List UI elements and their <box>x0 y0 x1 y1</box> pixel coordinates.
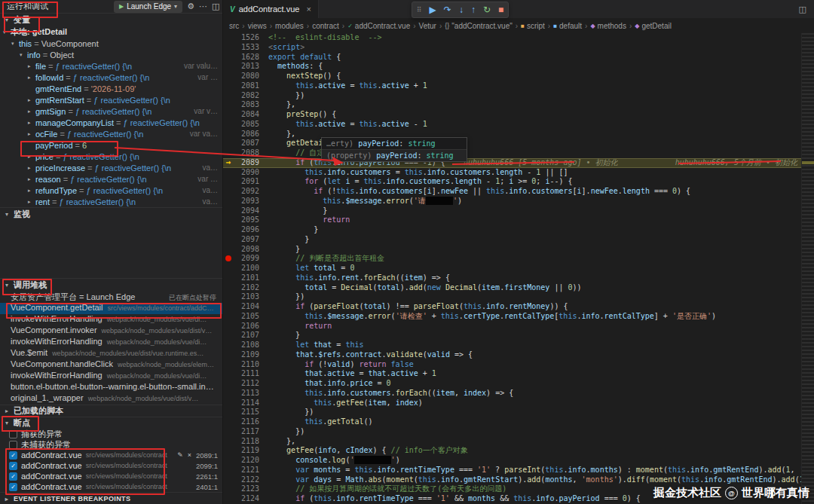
gutter-margin[interactable] <box>223 427 234 437</box>
variable-row[interactable]: ▸manageCompanyList = ƒ reactiveGetter() … <box>0 117 222 128</box>
gutter-margin[interactable] <box>223 494 234 504</box>
variable-row[interactable]: ▸price = ƒ reactiveGetter() {\n <box>0 151 222 162</box>
twisty-icon[interactable]: ▸ <box>28 108 35 115</box>
breadcrumb-item[interactable]: views <box>248 22 267 30</box>
gutter-margin[interactable] <box>223 81 234 91</box>
gutter-margin[interactable] <box>223 389 234 399</box>
twisty-icon[interactable]: ▸ <box>28 199 35 205</box>
call-stack-frame[interactable]: original_1._wrapperwebpack/node_modules/… <box>0 393 222 405</box>
code-line[interactable]: 2120 console.log('XXXXXXXX') <box>223 456 814 466</box>
breakpoint-row[interactable]: ✓addContract.vuesrc/views/modules/contra… <box>0 481 222 492</box>
code-line[interactable]: 2084 preStep() { <box>223 110 814 120</box>
breadcrumb-item[interactable]: Vetur <box>419 22 436 30</box>
variable-row[interactable]: gmtRentEnd = '2026-11-09' <box>0 83 222 94</box>
code-line[interactable]: 2107 } <box>223 331 814 341</box>
gutter-margin[interactable] <box>223 215 234 225</box>
breakpoint-checkbox-checked[interactable]: ✓ <box>9 472 17 481</box>
gutter-margin[interactable] <box>223 53 234 63</box>
code-line[interactable]: 2106 return <box>223 322 814 331</box>
gutter-margin[interactable] <box>223 148 234 158</box>
breakpoints-section-header[interactable]: ▾ 断点 <box>0 417 222 429</box>
minimap[interactable] <box>801 33 814 504</box>
breadcrumb-item[interactable]: ✓addContract.vue <box>347 22 410 30</box>
gutter-margin[interactable] <box>223 312 234 322</box>
gutter-margin[interactable] <box>223 369 234 379</box>
breadcrumb-item[interactable]: modules <box>275 22 304 30</box>
code-line[interactable]: 2118 }, <box>223 437 814 447</box>
call-stack-frame[interactable]: invokeWithErrorHandlingwebpack/node_modu… <box>0 371 222 382</box>
gutter-margin[interactable] <box>223 245 234 255</box>
code-line[interactable]: 2105 this.$message.error('请检查' + this.ce… <box>223 312 814 322</box>
code-line[interactable]: 2087 getDetail() { <box>223 139 814 148</box>
step-over-icon[interactable]: ↷ <box>444 2 451 17</box>
code-line[interactable]: 2112 that.info.price = 0 <box>223 379 814 389</box>
call-stack-frame[interactable]: button.el-button.el-button--warning.el-b… <box>0 382 222 393</box>
breakpoint-checkbox[interactable] <box>9 430 17 438</box>
code-line[interactable]: 1628export default { <box>223 53 814 63</box>
twisty-icon[interactable]: ▸ <box>28 75 35 81</box>
code-line[interactable]: 2100 let total = 0 <box>223 264 814 273</box>
close-tab-icon[interactable]: × <box>306 5 311 14</box>
twisty-icon[interactable]: ▸ <box>28 188 35 194</box>
twisty-icon[interactable]: ▸ <box>28 154 35 160</box>
gutter-margin[interactable] <box>223 350 234 360</box>
twisty-icon[interactable]: ▸ <box>28 63 35 69</box>
twisty-icon[interactable]: ▸ <box>28 176 35 182</box>
code-editor[interactable]: 1526<!-- eslint-disable -->1533<script>1… <box>223 33 814 504</box>
twisty-icon[interactable]: ▸ <box>28 131 35 137</box>
call-stack-frame[interactable]: 安居资产管理平台 = Launch Edge已在断点处暂停 <box>0 292 222 303</box>
gutter-margin[interactable] <box>223 62 234 72</box>
gutter-margin[interactable] <box>223 91 234 101</box>
breadcrumb-item[interactable]: ■default <box>553 22 582 30</box>
call-stack-section-header[interactable]: ▾ 调用堆栈 <box>0 278 222 292</box>
code-line[interactable]: 2111 that.active = that.active + 1 <box>223 369 814 379</box>
gutter-margin[interactable] <box>223 379 234 389</box>
variable-row[interactable]: ▸rent = ƒ reactiveGetter() {\nva… <box>0 196 222 207</box>
code-line[interactable]: 2110 if (!valid) return false <box>223 360 814 370</box>
code-line[interactable]: 2096 } <box>223 225 814 235</box>
gutter-margin[interactable] <box>223 322 234 331</box>
step-into-icon[interactable]: ↓ <box>459 2 464 17</box>
code-line[interactable]: 2099 // 判断是否超出首年租金 <box>223 254 814 264</box>
code-line[interactable]: 2121 var months = this.info.rentTimeType… <box>223 466 814 475</box>
twisty-icon[interactable]: ▾ <box>20 52 27 58</box>
gutter-margin[interactable] <box>223 456 234 466</box>
loaded-scripts-section-header[interactable]: ▸ 已加载的脚本 <box>0 405 222 417</box>
code-line[interactable]: 2104 if (parseFloat(total) !== parseFloa… <box>223 302 814 312</box>
code-line[interactable]: 2082 }) <box>223 91 814 101</box>
code-line[interactable]: 2115 }) <box>223 408 814 417</box>
code-line[interactable]: 2103 }) <box>223 292 814 302</box>
gutter-margin[interactable] <box>223 139 234 148</box>
gutter-margin[interactable] <box>223 360 234 370</box>
event-listener-breakpoints-header[interactable]: ▸ EVENT LISTENER BREAKPOINTS <box>0 492 222 504</box>
edit-breakpoint-icon[interactable]: ✎ <box>177 451 183 459</box>
code-line[interactable]: 2108 let that = this <box>223 341 814 350</box>
more-actions-icon[interactable]: ⋯ <box>199 2 207 11</box>
breakpoint-row[interactable]: ✓addContract.vuesrc/views/modules/contra… <box>0 450 222 460</box>
gutter-margin[interactable] <box>223 484 234 494</box>
call-stack-frame[interactable]: Vue.$emitwebpack/node_modules/vue/dist/v… <box>0 348 222 359</box>
gutter-margin[interactable] <box>223 33 234 43</box>
launch-config-select[interactable]: ▶ Launch Edge ▾ <box>114 1 182 13</box>
code-line[interactable]: 2080 nextStep() { <box>223 72 814 81</box>
gutter-margin[interactable] <box>223 417 234 427</box>
gutter-margin[interactable] <box>223 341 234 350</box>
breakpoint-checkbox-checked[interactable]: ✓ <box>9 451 17 460</box>
variable-row[interactable]: ▸gmtRentStart = ƒ reactiveGetter() {\n <box>0 94 222 105</box>
twisty-icon[interactable]: ▸ <box>28 165 35 171</box>
code-line[interactable]: 2097 } <box>223 235 814 245</box>
gutter-margin[interactable] <box>223 475 234 485</box>
twisty-icon[interactable]: ▾ <box>3 29 11 35</box>
code-line[interactable]: 2122 var days = Math.abs(moment(this.inf… <box>223 475 814 485</box>
call-stack-frame[interactable]: VueComponent.invokerwebpack/node_modules… <box>0 325 222 337</box>
gutter-margin[interactable] <box>223 100 234 110</box>
code-line[interactable]: 2095 return <box>223 215 814 225</box>
stop-icon[interactable]: ■ <box>498 2 503 17</box>
variable-row[interactable]: ▸priceIncrease = ƒ reactiveGetter() {\nv… <box>0 162 222 173</box>
code-line[interactable]: 2083 }, <box>223 100 814 110</box>
variable-row[interactable]: ▾info = Object <box>0 49 222 60</box>
tab-addcontract-vue[interactable]: V addContract.vue × <box>223 0 319 18</box>
code-line[interactable]: 2098 } <box>223 245 814 255</box>
gutter-margin[interactable] <box>223 130 234 139</box>
code-line[interactable]: 2085 this.active = this.active - 1 <box>223 120 814 130</box>
